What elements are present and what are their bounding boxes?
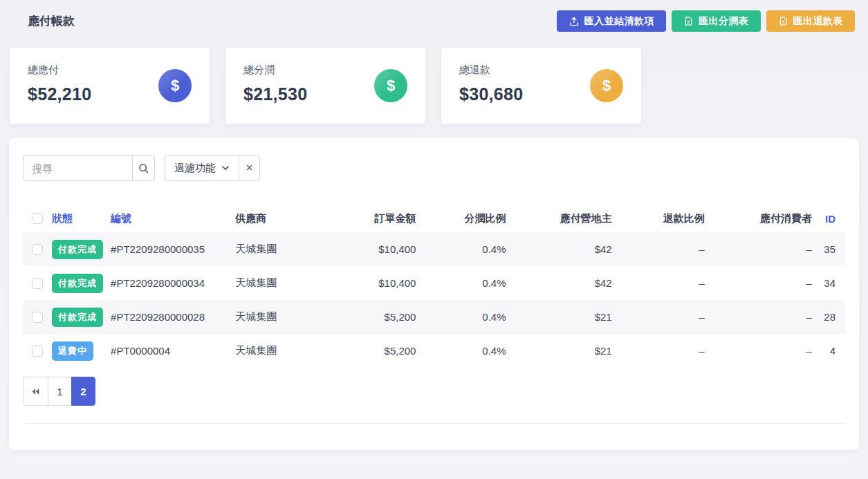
column-header-payable-consumer: 應付消費者 (714, 205, 822, 232)
profit-ratio-cell: 0.4% (425, 300, 515, 334)
id-cell: 35 (822, 232, 845, 266)
export-refund-label: 匯出退款表 (793, 15, 844, 28)
row-checkbox[interactable] (32, 244, 43, 255)
status-badge: 付款完成 (52, 240, 103, 259)
dollar-circle-icon: $ (158, 69, 192, 102)
pagination: 12 (23, 377, 95, 406)
row-checkbox[interactable] (32, 312, 43, 323)
supplier-cell: 天城集團 (235, 300, 346, 334)
supplier-cell: 天城集團 (235, 266, 346, 300)
row-checkbox[interactable] (32, 346, 43, 357)
order-amount-cell: $5,200 (346, 334, 425, 368)
panel-footer-divider (23, 423, 845, 424)
refund-ratio-cell: – (622, 334, 714, 368)
row-checkbox[interactable] (32, 278, 43, 289)
total-payable-card: 總應付 $52,210 $ (10, 48, 210, 124)
refund-ratio-cell: – (622, 300, 714, 334)
order-amount-cell: $10,400 (346, 266, 425, 300)
filter-clear-button[interactable]: × (239, 155, 260, 181)
double-chevron-left-icon (30, 386, 41, 397)
payables-panel: 過濾功能 × 狀態 編號 供應商 訂單金額 分潤比例 (9, 138, 859, 450)
total-profit-card: 總分潤 $21,530 $ (225, 48, 425, 124)
order-number-cell: #PT0000004 (111, 334, 235, 368)
dollar-circle-icon: $ (590, 69, 623, 102)
topbar-actions: 匯入並結清款項 匯出分潤表 匯出退款表 (557, 10, 856, 32)
chevron-down-icon (221, 164, 230, 172)
order-amount-cell: $10,400 (346, 232, 425, 266)
status-badge: 退費中 (52, 341, 93, 361)
select-all-checkbox[interactable] (32, 213, 43, 224)
page-title: 應付帳款 (28, 13, 75, 29)
payable-consumer-cell: – (714, 232, 822, 266)
table-row[interactable]: 付款完成 #PT2209280000035 天城集團 $10,400 0.4% … (23, 232, 845, 266)
column-header-id[interactable]: ID (822, 205, 845, 232)
column-header-refund-ratio: 退款比例 (622, 205, 714, 232)
supplier-cell: 天城集團 (235, 232, 346, 266)
column-header-supplier: 供應商 (235, 205, 346, 232)
payable-consumer-cell: – (714, 266, 822, 300)
payable-owner-cell: $42 (516, 266, 622, 300)
file-excel-icon (778, 16, 788, 26)
import-settle-button[interactable]: 匯入並結清款項 (557, 10, 667, 32)
payable-owner-cell: $21 (516, 334, 622, 368)
profit-ratio-cell: 0.4% (425, 232, 515, 266)
total-refund-card: 總退款 $30,680 $ (441, 48, 641, 124)
table-header-row: 狀態 編號 供應商 訂單金額 分潤比例 應付營地主 退款比例 應付消費者 ID (23, 205, 845, 232)
export-profit-label: 匯出分潤表 (699, 15, 749, 28)
export-profit-button[interactable]: 匯出分潤表 (672, 10, 761, 32)
filter-group: 過濾功能 × (165, 155, 260, 181)
summary-cards: 總應付 $52,210 $ 總分潤 $21,530 $ 總退款 $30,680 … (10, 48, 858, 124)
payable-consumer-cell: – (714, 334, 822, 368)
order-number-cell: #PT2209280000028 (111, 300, 235, 334)
payable-owner-cell: $21 (516, 300, 622, 334)
order-number-cell: #PT2209280000034 (111, 266, 235, 300)
supplier-cell: 天城集團 (235, 334, 346, 368)
payable-consumer-cell: – (714, 300, 822, 334)
profit-ratio-cell: 0.4% (425, 266, 515, 300)
dollar-circle-icon: $ (374, 69, 407, 102)
status-badge: 付款完成 (52, 274, 103, 293)
search-input[interactable] (23, 155, 132, 181)
search-group (23, 155, 155, 181)
profit-ratio-cell: 0.4% (425, 334, 515, 368)
table-row[interactable]: 退費中 #PT0000004 天城集團 $5,200 0.4% $21 – – … (23, 334, 845, 368)
refund-ratio-cell: – (622, 266, 714, 300)
order-amount-cell: $5,200 (346, 300, 425, 334)
id-cell: 28 (822, 300, 845, 334)
page-button-1[interactable]: 1 (48, 377, 72, 406)
id-cell: 34 (822, 266, 845, 300)
table-body: 付款完成 #PT2209280000035 天城集團 $10,400 0.4% … (23, 232, 845, 368)
file-excel-icon (683, 16, 694, 26)
search-button[interactable] (132, 155, 155, 181)
table-toolbar: 過濾功能 × (23, 155, 845, 181)
filter-dropdown-label: 過濾功能 (174, 162, 216, 175)
column-header-profit-ratio: 分潤比例 (425, 205, 515, 232)
column-header-status[interactable]: 狀態 (52, 205, 111, 232)
id-cell: 4 (822, 334, 845, 368)
table-row[interactable]: 付款完成 #PT2209280000028 天城集團 $5,200 0.4% $… (23, 300, 845, 334)
upload-icon (569, 16, 580, 27)
column-header-number[interactable]: 編號 (111, 205, 235, 232)
payable-owner-cell: $42 (516, 232, 622, 266)
topbar: 應付帳款 匯入並結清款項 匯出分潤表 (0, 0, 868, 32)
refund-ratio-cell: – (622, 232, 714, 266)
status-badge: 付款完成 (52, 308, 103, 327)
import-settle-label: 匯入並結清款項 (584, 15, 655, 28)
page-button-2[interactable]: 2 (71, 377, 95, 406)
payables-table: 狀態 編號 供應商 訂單金額 分潤比例 應付營地主 退款比例 應付消費者 ID … (23, 205, 845, 368)
export-refund-button[interactable]: 匯出退款表 (766, 10, 856, 32)
order-number-cell: #PT2209280000035 (111, 232, 235, 266)
first-page-button[interactable] (23, 377, 48, 406)
column-header-order-amount: 訂單金額 (346, 205, 425, 232)
magnifier-icon (138, 162, 149, 174)
table-row[interactable]: 付款完成 #PT2209280000034 天城集團 $10,400 0.4% … (23, 266, 845, 300)
filter-dropdown-button[interactable]: 過濾功能 (165, 155, 239, 181)
column-header-payable-owner: 應付營地主 (516, 205, 622, 232)
